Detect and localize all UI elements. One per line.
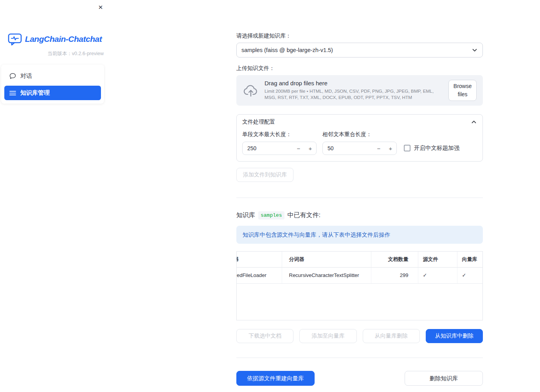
zh-title-checkbox[interactable]: 开启中文标题加强	[404, 144, 459, 152]
checkbox-box[interactable]	[404, 145, 410, 151]
kb-name-code: samples	[258, 211, 284, 219]
col-header-vector-store[interactable]: 向量库	[457, 252, 483, 267]
dropzone-limit: Limit 200MB per file • HTML, MD, JSON, C…	[265, 88, 443, 101]
add-files-to-kb-button[interactable]: 添加文件到知识库	[236, 168, 293, 182]
table-row[interactable]: UnstructuredFileLoader RecursiveCharacte…	[236, 267, 483, 283]
dropzone-text: Drag and drop files here Limit 200MB per…	[265, 80, 443, 101]
chunk-size-value: 250	[243, 145, 293, 151]
sidebar-item-chat[interactable]: 对话	[4, 68, 101, 84]
divider	[236, 358, 483, 358]
chat-bubble-icon	[9, 73, 16, 79]
decrement-button[interactable]: −	[373, 145, 385, 152]
delete-from-vector-store-button[interactable]: 从向量库删除	[363, 329, 420, 343]
files-table[interactable]: 文档加载器 分词器 文档数量 源文件 向量库 UnstructuredFileL…	[236, 251, 483, 320]
sidebar: ✕ LangChain-Chatchat 当前版本：v0.2.6-preview…	[0, 0, 110, 392]
increment-button[interactable]: +	[385, 145, 396, 152]
increment-button[interactable]: +	[304, 145, 316, 152]
cell-vector-store-check[interactable]: ✓	[457, 267, 483, 283]
chunk-size-input[interactable]: 250 − +	[242, 142, 317, 155]
close-sidebar-icon[interactable]: ✕	[96, 3, 105, 12]
kb-select-value: samples (faiss @ bge-large-zh-v1.5)	[241, 47, 333, 53]
heading-suffix: 中已有文件:	[288, 211, 320, 219]
col-header-loader[interactable]: 文档加载器	[236, 252, 282, 267]
sidebar-item-label: 对话	[20, 72, 32, 80]
overlap-size-label: 相邻文本重合长度：	[322, 131, 397, 138]
checkbox-label: 开启中文标题加强	[414, 144, 459, 152]
expander-body: 单段文本最大长度： 250 − + 相邻文本重合长度： 50 − +	[237, 129, 482, 161]
overlap-size-input[interactable]: 50 − +	[322, 142, 397, 155]
cell-source-file-check[interactable]: ✓	[418, 267, 457, 283]
file-actions-row: 下载选中文档 添加至向量库 从向量库删除 从知识库中删除	[236, 329, 483, 343]
browse-files-button[interactable]: Browse files	[448, 80, 477, 101]
upload-cloud-icon	[243, 84, 259, 97]
app-logo: LangChain-Chatchat	[0, 33, 110, 45]
chunk-size-label: 单段文本最大长度：	[242, 131, 317, 138]
sidebar-item-knowledge-base[interactable]: 知识库管理	[4, 86, 101, 100]
divider	[236, 198, 483, 198]
table-header-row: 文档加载器 分词器 文档数量 源文件 向量库	[236, 252, 483, 267]
info-alert: 知识库中包含源文件与向量库，请从下表中选择文件后操作	[236, 226, 483, 244]
file-dropzone[interactable]: Drag and drop files here Limit 200MB per…	[236, 75, 483, 106]
kb-actions-row: 依据源文件重建向量库 删除知识库	[236, 371, 483, 386]
overlap-size-value: 50	[323, 145, 373, 151]
cell-doc-count[interactable]: 299	[371, 267, 418, 283]
file-config-expander: 文件处理配置 单段文本最大长度： 250 − + 相邻文	[236, 114, 483, 162]
decrement-button[interactable]: −	[293, 145, 304, 152]
chevron-down-icon	[472, 47, 478, 53]
rebuild-vector-store-button[interactable]: 依据源文件重建向量库	[236, 371, 315, 386]
version-label: 当前版本：v0.2.6-preview	[0, 50, 110, 57]
main-content: 请选择或新建知识库： samples (faiss @ bge-large-zh…	[110, 0, 540, 392]
kb-select-label: 请选择或新建知识库：	[236, 32, 483, 40]
heading-prefix: 知识库	[236, 211, 255, 219]
upload-label: 上传知识文件：	[236, 65, 483, 72]
list-icon	[9, 90, 16, 96]
add-to-vector-store-button[interactable]: 添加至向量库	[299, 329, 356, 343]
download-selected-button[interactable]: 下载选中文档	[236, 329, 293, 343]
delete-from-kb-button[interactable]: 从知识库中删除	[426, 329, 483, 343]
sidebar-item-label: 知识库管理	[20, 89, 50, 97]
logo-text: LangChain-Chatchat	[25, 34, 102, 44]
dropzone-title: Drag and drop files here	[265, 80, 443, 86]
kb-select[interactable]: samples (faiss @ bge-large-zh-v1.5)	[236, 43, 483, 58]
expander-title: 文件处理配置	[242, 119, 275, 126]
existing-files-heading: 知识库 samples 中已有文件:	[236, 211, 483, 219]
col-header-doc-count[interactable]: 文档数量	[371, 252, 418, 267]
cell-splitter[interactable]: RecursiveCharacterTextSplitter	[282, 267, 371, 283]
col-header-splitter[interactable]: 分词器	[282, 252, 371, 267]
logo-icon	[8, 33, 22, 45]
delete-kb-button[interactable]: 删除知识库	[405, 371, 483, 386]
sidebar-menu: 对话 知识库管理	[1, 65, 104, 104]
col-header-source-file[interactable]: 源文件	[418, 252, 457, 267]
chevron-up-icon	[471, 119, 477, 125]
expander-header[interactable]: 文件处理配置	[237, 115, 482, 129]
cell-loader[interactable]: UnstructuredFileLoader	[236, 267, 282, 283]
